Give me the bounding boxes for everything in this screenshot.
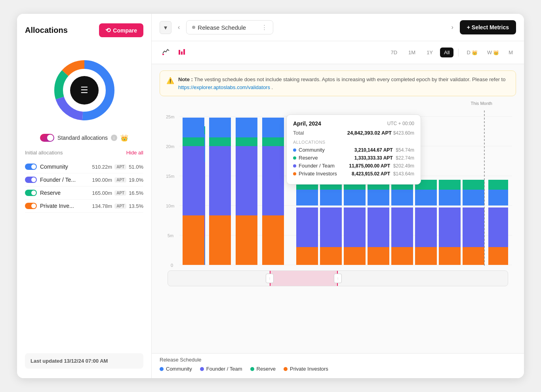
svg-rect-54 [368,190,389,206]
tooltip-total-value: 24,842,393.02 APT $423.60m [347,130,414,136]
svg-rect-8 [179,50,180,55]
svg-rect-40 [262,146,284,215]
chart-toolbar: 7D 1M 1Y All D 👑 W 👑 M [152,41,524,64]
svg-rect-10 [183,49,185,55]
community-label: Community [40,164,68,170]
time-1m-button[interactable]: 1M [404,48,419,57]
chart-type-bar-button[interactable] [175,46,188,59]
note-text: The vesting schedule does not include st… [194,76,505,82]
svg-rect-26 [183,118,204,137]
tooltip-alloc-reserve: Reserve 1,333,333.33 APT $22.74m [293,155,414,161]
svg-rect-33 [209,215,231,265]
svg-rect-76 [488,180,508,190]
svg-text:☰: ☰ [80,85,88,95]
private-toggle[interactable] [25,203,37,209]
tooltip-community-dot [293,148,296,152]
svg-rect-52 [344,207,366,247]
time-all-button[interactable]: All [440,48,453,57]
time-1y-button[interactable]: 1Y [423,48,437,57]
nav-prev-button[interactable]: ‹ [175,21,183,33]
legend-section: Release Schedule Community Founder / Tea… [152,353,524,378]
chart-type-line-button[interactable] [160,46,172,59]
reserve-toggle[interactable] [25,190,37,196]
svg-rect-39 [262,137,284,146]
period-m-button[interactable]: M [505,48,516,57]
svg-rect-60 [391,207,413,247]
svg-rect-69 [439,247,461,265]
founder-toggle[interactable] [25,177,37,183]
donut-chart: ☰ [49,55,120,126]
svg-rect-73 [463,247,484,265]
svg-rect-50 [344,190,366,206]
compare-button[interactable]: ⟲ Compare [99,23,143,37]
svg-rect-56 [368,207,389,247]
svg-rect-53 [344,247,366,265]
release-schedule-tab[interactable]: Release Schedule ⋮ [186,20,273,34]
svg-rect-62 [415,190,437,206]
chart-wrapper: This Month 0 5m 10m 15m 20m 25m [160,103,516,270]
period-d-button[interactable]: D 👑 [463,48,480,57]
founder-pct: 19.0% [129,177,143,183]
svg-rect-45 [296,247,318,265]
note-link[interactable]: https://explorer.aptoslabs.com/validator… [178,84,270,90]
svg-text:20m: 20m [166,144,174,149]
svg-text:15m: 15m [166,174,174,179]
svg-text:0: 0 [171,263,173,268]
note-text-end: . [272,84,273,90]
nav-dropdown-button[interactable]: ▾ [160,21,171,34]
legend-community-dot [160,367,164,371]
period-w-button[interactable]: W 👑 [484,48,502,57]
select-metrics-button[interactable]: + Select Metrics [460,20,516,34]
section-title: Initial allocations [25,150,63,156]
svg-rect-75 [488,190,508,206]
range-fill [270,271,338,286]
tooltip-founder-dot [293,164,296,167]
top-nav: ▾ ‹ Release Schedule ⋮ › + Select Metric… [152,14,524,41]
reserve-pct: 16.5% [129,190,143,196]
main-container: Allocations ⟲ Compare ☰ [17,14,524,378]
range-handle-right[interactable]: ⋮ [334,274,342,283]
allocation-row-reserve: Reserve 165.00m APT 16.5% [25,186,143,200]
note-banner: ⚠️ Note : The vesting schedule does not … [160,70,516,96]
svg-rect-77 [488,207,508,247]
legend-community: Community [160,366,192,372]
crown-icon: 👑 [120,134,128,142]
time-7d-button[interactable]: 7D [387,48,401,57]
reserve-apt-badge: APT [114,190,126,196]
community-toggle[interactable] [25,164,37,170]
private-label: Private Inve... [40,203,74,209]
legend-founder-dot [200,367,204,371]
info-icon[interactable]: i [111,135,117,141]
founder-apt-badge: APT [114,177,126,183]
legend-reserve-dot [250,367,254,371]
allocation-row-community: Community 510.22m APT 51.0% [25,160,143,173]
legend-founder-label: Founder / Team [206,366,242,372]
tooltip-total-label: Total [293,130,304,136]
svg-rect-41 [262,215,284,265]
legend-items: Community Founder / Team Reserve Private… [160,366,516,372]
svg-rect-57 [368,247,389,265]
legend-founder: Founder / Team [200,366,242,372]
svg-rect-68 [439,207,461,247]
svg-rect-27 [183,137,204,146]
page-title: Allocations [25,26,68,35]
standard-alloc-row: Standard allocations i 👑 [25,134,143,142]
community-apt-badge: APT [114,164,126,169]
svg-text:25m: 25m [166,114,174,119]
legend-community-label: Community [166,366,192,372]
svg-rect-7 [162,54,164,55]
standard-alloc-toggle[interactable] [40,134,54,142]
svg-rect-48 [320,207,342,247]
legend-reserve: Reserve [250,366,276,372]
legend-private-dot [284,367,288,371]
nav-next-button[interactable]: › [448,21,456,33]
range-handle-left[interactable]: ⋮ [266,274,274,283]
range-selector[interactable]: ⋮ ⋮ [168,270,508,286]
svg-rect-30 [209,118,231,137]
svg-rect-49 [320,247,342,265]
hide-all-button[interactable]: Hide all [126,150,143,156]
donut-chart-container: ☰ [25,55,143,126]
svg-rect-37 [236,215,257,265]
left-header: Allocations ⟲ Compare [25,23,143,37]
tooltip-utc: UTC + 00:00 [387,121,414,126]
